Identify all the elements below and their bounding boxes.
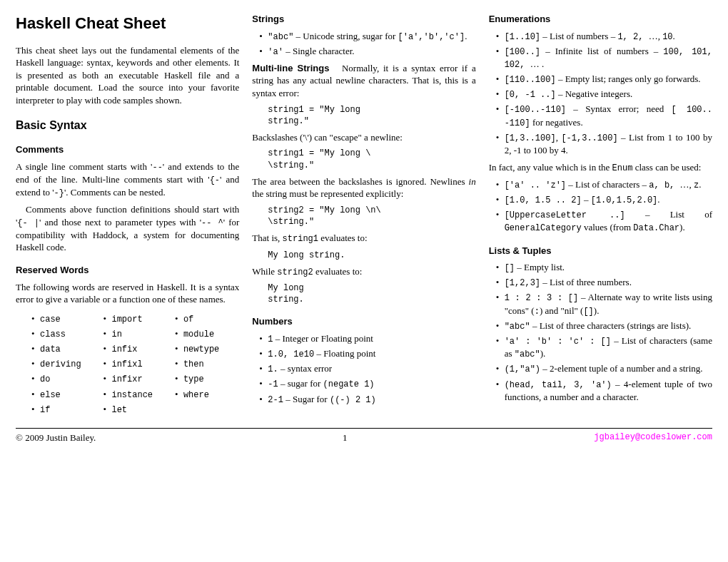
list-item: 1 – Integer or Floating point [268, 332, 475, 345]
text: That is, string1 evaluates to: [252, 232, 475, 245]
reserved-col-1: case class data deriving do else if [31, 310, 96, 418]
strings-list: "abc" – Unicode string, sugar for ['a','… [252, 30, 475, 58]
list-item: [UppercaseLetter ..] – List of GeneralCa… [505, 208, 712, 234]
reserved-col-2: import in infix infixl infixr instance l… [103, 310, 167, 418]
code-block: string1 = "My long string." [268, 104, 475, 127]
code-block: My long string. [268, 250, 475, 261]
list-item: [1.0, 1.5 .. 2] – [1.0,1.5,2.0]. [505, 193, 712, 206]
text: '. Comments can be nested. [64, 187, 166, 198]
reserved-word: class [31, 327, 96, 340]
list-item: (1,"a") – 2-element tuple of a number an… [505, 362, 712, 375]
list-item: 1 : 2 : 3 : [] – Alternate way to write … [505, 291, 712, 317]
list-item: 1. – syntax error [268, 362, 475, 375]
lists-tuples-heading: Lists & Tuples [489, 245, 712, 257]
list-item: 2-1 – Sugar for ((-) 2 1) [268, 393, 475, 406]
code-dashdash: -- [152, 163, 162, 173]
text: The area between the backslashes is igno… [252, 175, 475, 200]
column-2: Strings "abc" – Unicode string, sugar fo… [252, 13, 475, 418]
code-block: My long string. [268, 282, 475, 305]
list-item: 'a' – Single character. [268, 45, 475, 58]
reserved-word: let [103, 403, 167, 416]
code-braceopen: {- [210, 175, 220, 185]
reserved-word: instance [103, 388, 167, 401]
reserved-word: newtype [175, 342, 239, 355]
reserved-word: if [31, 403, 96, 416]
reserved-words-heading: Reserved Words [16, 264, 239, 277]
reserved-words-columns: case class data deriving do else if impo… [16, 310, 239, 418]
list-item: [-100..-110] – Syntax error; need [ 100.… [505, 103, 712, 128]
footer-page-number: 1 [343, 431, 348, 444]
numbers-heading: Numbers [252, 315, 475, 328]
code-haddock-b: -- ^ [201, 218, 223, 228]
footer-rule [16, 428, 712, 429]
list-item: (head, tail, 3, 'a') – 4-element tuple o… [505, 378, 712, 404]
strings-heading: Strings [252, 13, 475, 26]
reserved-word: infix [103, 342, 167, 355]
lists-tuples-list: [] – Empty list. [1,2,3] – List of three… [489, 261, 712, 403]
comments-para-1: A single line comment starts with '--' a… [16, 160, 239, 200]
basic-syntax-heading: Basic Syntax [16, 118, 239, 133]
reserved-word: case [31, 312, 96, 325]
reserved-word: infixl [103, 357, 167, 370]
column-1: Haskell Cheat Sheet This cheat sheet lay… [16, 13, 239, 418]
multiline-runin-heading: Multi-line Strings [252, 63, 329, 73]
reserved-word: then [175, 357, 239, 370]
list-item: [100..] – Infinite list of numbers – 100… [505, 45, 712, 71]
list-item: 1.0, 1e10 – Floating point [268, 347, 475, 360]
list-item: -1 – sugar for (negate 1) [268, 377, 475, 390]
list-item: [1,3..100], [-1,3..100] – List from 1 to… [505, 131, 712, 157]
page-footer: © 2009 Justin Bailey. 1 jgbailey@codeslo… [16, 431, 712, 444]
intro-paragraph: This cheat sheet lays out the fundamenta… [16, 44, 239, 107]
code-block: string1 = "My long \ \string." [268, 148, 475, 170]
reserved-word: where [175, 388, 239, 401]
text: ' and those next to parameter types with… [39, 217, 201, 228]
reserved-word: data [31, 342, 96, 355]
reserved-word: else [31, 388, 96, 401]
text: A single line comment starts with ' [16, 161, 152, 172]
reserved-word: deriving [31, 357, 96, 370]
list-item: "abc" – Unicode string, sugar for ['a','… [268, 30, 475, 43]
enumerations-heading: Enumerations [489, 13, 712, 26]
column-3: Enumerations [1..10] – List of numbers –… [489, 13, 712, 418]
multiline-strings-para: Multi-line Strings Normally, it is a syn… [252, 62, 475, 100]
reserved-word: type [175, 372, 239, 385]
page-columns: Haskell Cheat Sheet This cheat sheet lay… [16, 13, 712, 418]
reserved-word: infixr [103, 372, 167, 385]
reserved-words-para: The following words are reserved in Hask… [16, 281, 239, 306]
reserved-word: of [175, 312, 239, 325]
footer-copyright: © 2009 Justin Bailey. [16, 431, 96, 444]
code-block: string2 = "My long \n\ \string." [268, 205, 475, 228]
enum-class-list: ['a' .. 'z'] – List of characters – a, b… [489, 178, 712, 235]
footer-email[interactable]: jgbailey@codeslower.com [594, 431, 712, 444]
reserved-word: do [31, 372, 96, 385]
enum-class-para: In fact, any value which is in the Enum … [489, 161, 712, 174]
comments-heading: Comments [16, 143, 239, 156]
doc-title: Haskell Cheat Sheet [16, 13, 239, 34]
text: Backslashes ('\') can "escape" a newline… [252, 131, 475, 144]
list-item: [0, -1 ..] – Negative integers. [505, 88, 712, 101]
list-item: [110..100] – Empty list; ranges only go … [505, 73, 712, 86]
list-item: [1,2,3] – List of three numbers. [505, 276, 712, 289]
list-item: "abc" – List of three characters (string… [505, 320, 712, 332]
code-braceclose: -} [54, 188, 64, 198]
list-item: 'a' : 'b' : 'c' : [] – List of character… [505, 334, 712, 360]
list-item: [1..10] – List of numbers – 1, 2, …, 10. [505, 30, 712, 43]
list-item: ['a' .. 'z'] – List of characters – a, b… [505, 178, 712, 191]
text: While string2 evaluates to: [252, 265, 475, 278]
numbers-list: 1 – Integer or Floating point 1.0, 1e10 … [252, 332, 475, 406]
list-item: [] – Empty list. [505, 261, 712, 274]
enumerations-list: [1..10] – List of numbers – 1, 2, …, 10.… [489, 30, 712, 157]
comments-para-2: Comments above function definitions shou… [16, 203, 239, 254]
reserved-word: import [103, 312, 167, 325]
reserved-word: in [103, 327, 167, 340]
reserved-word: module [175, 327, 239, 340]
code-haddock-a: {- | [17, 218, 39, 228]
reserved-col-3: of module newtype then type where [175, 310, 239, 418]
italic: in [469, 176, 476, 187]
